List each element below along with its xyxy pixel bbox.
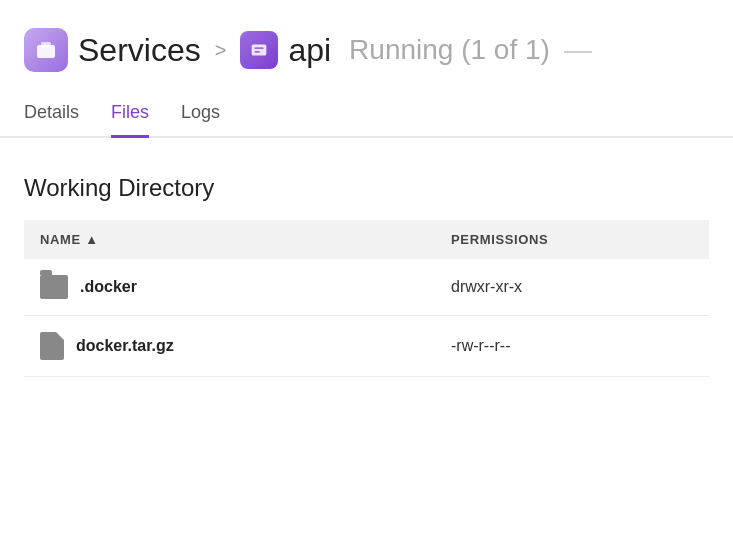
tab-logs[interactable]: Logs (181, 92, 220, 138)
table-row[interactable]: docker.tar.gz -rw-r--r-- (24, 316, 709, 377)
tab-details[interactable]: Details (24, 92, 79, 138)
breadcrumb: Services > api Running (1 of 1) — (0, 0, 733, 92)
svg-rect-2 (252, 45, 267, 56)
services-icon (24, 28, 68, 72)
tab-bar: Details Files Logs (0, 92, 733, 138)
permissions-cell: -rw-r--r-- (435, 316, 709, 377)
file-name-cell: .docker (24, 259, 435, 316)
svg-rect-3 (255, 47, 264, 49)
svg-rect-1 (41, 42, 51, 48)
file-entry-docker: .docker (40, 275, 419, 299)
services-label[interactable]: Services (78, 32, 201, 69)
file-name-label: .docker (80, 278, 137, 296)
main-content: Working Directory NAME ▲ PERMISSIONS .do… (0, 138, 733, 401)
folder-icon (40, 275, 68, 299)
col-header-name[interactable]: NAME ▲ (24, 220, 435, 259)
tab-files[interactable]: Files (111, 92, 149, 138)
api-label[interactable]: api (288, 32, 331, 69)
dash-label: — (564, 34, 592, 66)
svg-rect-4 (255, 51, 260, 53)
breadcrumb-separator: > (215, 39, 227, 62)
api-icon (240, 31, 278, 69)
permissions-cell: drwxr-xr-x (435, 259, 709, 316)
file-table: NAME ▲ PERMISSIONS .docker drwxr-xr-x (24, 220, 709, 377)
file-name-cell: docker.tar.gz (24, 316, 435, 377)
table-row[interactable]: .docker drwxr-xr-x (24, 259, 709, 316)
file-icon (40, 332, 64, 360)
table-header-row: NAME ▲ PERMISSIONS (24, 220, 709, 259)
col-header-permissions: PERMISSIONS (435, 220, 709, 259)
file-entry-docker-tar: docker.tar.gz (40, 332, 419, 360)
running-status: Running (1 of 1) (349, 34, 550, 66)
file-name-label: docker.tar.gz (76, 337, 174, 355)
section-title: Working Directory (24, 174, 709, 202)
